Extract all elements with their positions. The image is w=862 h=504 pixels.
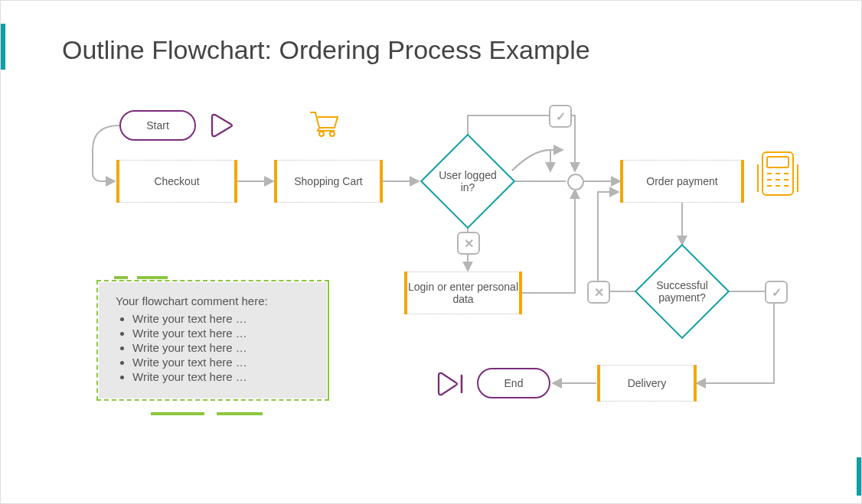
shopping-cart-label: Shopping Cart bbox=[294, 175, 363, 187]
stop-icon bbox=[436, 371, 469, 397]
play-icon bbox=[209, 112, 235, 138]
flowchart-canvas: Start Checkout Shopping Cart User logged… bbox=[1, 1, 861, 503]
successful-payment-label: Successful payment? bbox=[650, 279, 714, 304]
accent-dash bbox=[151, 412, 204, 415]
arrow-layer bbox=[1, 1, 862, 504]
check-icon: ✓ bbox=[765, 281, 788, 304]
login-label: Login or enter personal data bbox=[406, 281, 521, 305]
accent-dash bbox=[137, 276, 168, 279]
svg-point-0 bbox=[319, 132, 324, 136]
end-node: End bbox=[477, 368, 550, 398]
accent-dash bbox=[114, 276, 128, 279]
user-logged-label: User logged in? bbox=[436, 169, 500, 193]
comment-box: Your flowchart comment here: Write your … bbox=[99, 282, 327, 398]
check-icon: ✓ bbox=[549, 105, 572, 128]
checkout-node: Checkout bbox=[117, 160, 237, 203]
comment-header: Your flowchart comment here: bbox=[116, 294, 310, 307]
comment-line: Write your text here … bbox=[132, 341, 310, 354]
order-payment-label: Order payment bbox=[646, 175, 717, 187]
checkout-label: Checkout bbox=[154, 175, 199, 187]
junction-node bbox=[567, 174, 584, 190]
comment-line: Write your text here … bbox=[132, 327, 310, 340]
start-label: Start bbox=[146, 119, 169, 132]
x-icon: ✕ bbox=[587, 281, 610, 304]
order-payment-node: Order payment bbox=[621, 160, 743, 203]
delivery-node: Delivery bbox=[598, 365, 696, 402]
login-node: Login or enter personal data bbox=[405, 272, 521, 314]
svg-point-1 bbox=[330, 132, 335, 136]
shopping-cart-node: Shopping Cart bbox=[275, 160, 382, 203]
comment-line: Write your text here … bbox=[132, 356, 310, 369]
delivery-label: Delivery bbox=[628, 377, 667, 389]
payment-terminal-icon bbox=[755, 146, 802, 201]
x-icon: ✕ bbox=[457, 232, 480, 255]
comment-line: Write your text here … bbox=[132, 370, 310, 383]
successful-payment-decision: Successful payment? bbox=[635, 244, 730, 339]
end-label: End bbox=[504, 377, 524, 389]
comment-list: Write your text here … Write your text h… bbox=[116, 312, 310, 383]
cart-icon bbox=[309, 108, 341, 140]
start-node: Start bbox=[119, 110, 196, 141]
user-logged-decision: User logged in? bbox=[420, 134, 515, 229]
accent-dash bbox=[217, 412, 263, 415]
comment-line: Write your text here … bbox=[132, 312, 310, 325]
svg-rect-3 bbox=[767, 157, 789, 167]
